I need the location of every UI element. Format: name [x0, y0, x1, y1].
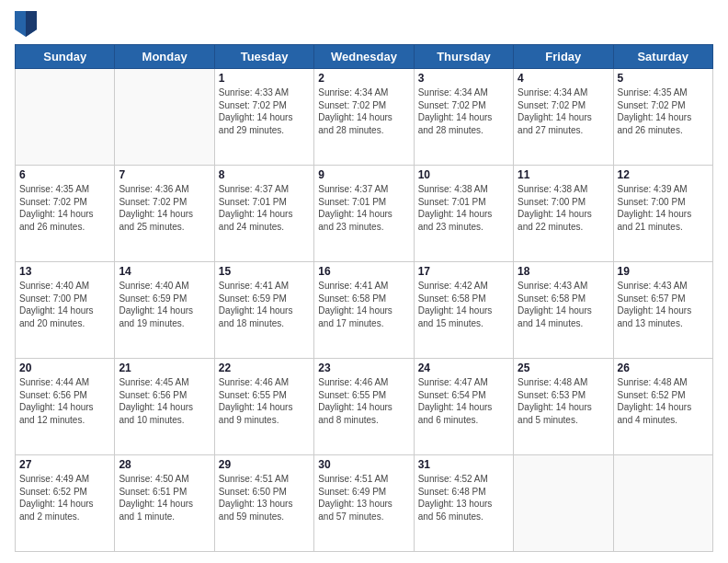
- day-number: 26: [618, 362, 709, 374]
- day-number: 17: [418, 265, 509, 278]
- logo-icon: [15, 11, 37, 37]
- day-number: 2: [318, 72, 409, 85]
- day-cell: 24Sunrise: 4:47 AM Sunset: 6:54 PM Dayli…: [414, 359, 513, 455]
- day-cell: 10Sunrise: 4:38 AM Sunset: 7:01 PM Dayli…: [414, 166, 513, 262]
- day-cell: 20Sunrise: 4:44 AM Sunset: 6:56 PM Dayli…: [16, 359, 115, 455]
- day-cell: 19Sunrise: 4:43 AM Sunset: 6:57 PM Dayli…: [613, 262, 712, 359]
- day-info: Sunrise: 4:39 AM Sunset: 7:00 PM Dayligh…: [618, 183, 709, 233]
- day-info: Sunrise: 4:48 AM Sunset: 6:53 PM Dayligh…: [518, 376, 609, 426]
- day-info: Sunrise: 4:47 AM Sunset: 6:54 PM Dayligh…: [418, 376, 509, 426]
- svg-marker-1: [26, 11, 37, 37]
- week-row-3: 13Sunrise: 4:40 AM Sunset: 7:00 PM Dayli…: [16, 262, 713, 359]
- day-number: 21: [119, 362, 210, 374]
- logo: [15, 11, 40, 37]
- calendar-header: SundayMondayTuesdayWednesdayThursdayFrid…: [16, 45, 713, 69]
- day-info: Sunrise: 4:40 AM Sunset: 7:00 PM Dayligh…: [19, 280, 110, 329]
- day-info: Sunrise: 4:34 AM Sunset: 7:02 PM Dayligh…: [518, 86, 609, 136]
- day-header-friday: Friday: [514, 45, 613, 69]
- day-header-thursday: Thursday: [414, 45, 513, 69]
- day-number: 4: [518, 72, 609, 85]
- day-info: Sunrise: 4:41 AM Sunset: 6:58 PM Dayligh…: [318, 280, 409, 329]
- day-number: 28: [119, 458, 210, 471]
- day-number: 23: [318, 362, 409, 374]
- day-info: Sunrise: 4:46 AM Sunset: 6:55 PM Dayligh…: [318, 376, 409, 426]
- calendar-body: 1Sunrise: 4:33 AM Sunset: 7:02 PM Daylig…: [16, 69, 713, 552]
- day-cell: 25Sunrise: 4:48 AM Sunset: 6:53 PM Dayli…: [514, 359, 613, 455]
- day-number: 15: [219, 265, 310, 278]
- day-info: Sunrise: 4:42 AM Sunset: 6:58 PM Dayligh…: [418, 280, 509, 329]
- day-number: 20: [19, 362, 110, 374]
- day-info: Sunrise: 4:43 AM Sunset: 6:57 PM Dayligh…: [618, 280, 709, 329]
- day-cell: 11Sunrise: 4:38 AM Sunset: 7:00 PM Dayli…: [514, 166, 613, 262]
- day-info: Sunrise: 4:33 AM Sunset: 7:02 PM Dayligh…: [219, 86, 310, 136]
- day-info: Sunrise: 4:41 AM Sunset: 6:59 PM Dayligh…: [219, 280, 310, 329]
- day-number: 24: [418, 362, 509, 374]
- day-info: Sunrise: 4:40 AM Sunset: 6:59 PM Dayligh…: [119, 280, 210, 329]
- day-number: 27: [19, 458, 110, 471]
- day-number: 16: [318, 265, 409, 278]
- day-cell: 26Sunrise: 4:48 AM Sunset: 6:52 PM Dayli…: [613, 359, 712, 455]
- header-row: SundayMondayTuesdayWednesdayThursdayFrid…: [16, 45, 713, 69]
- day-number: 19: [618, 265, 709, 278]
- calendar-table: SundayMondayTuesdayWednesdayThursdayFrid…: [15, 44, 713, 552]
- day-number: 14: [119, 265, 210, 278]
- day-cell: [16, 69, 115, 166]
- day-info: Sunrise: 4:34 AM Sunset: 7:02 PM Dayligh…: [418, 86, 509, 136]
- day-cell: 21Sunrise: 4:45 AM Sunset: 6:56 PM Dayli…: [115, 359, 214, 455]
- day-number: 29: [219, 458, 310, 471]
- day-info: Sunrise: 4:51 AM Sunset: 6:49 PM Dayligh…: [318, 473, 409, 523]
- day-info: Sunrise: 4:37 AM Sunset: 7:01 PM Dayligh…: [219, 183, 310, 233]
- day-info: Sunrise: 4:36 AM Sunset: 7:02 PM Dayligh…: [119, 183, 210, 233]
- day-header-monday: Monday: [115, 45, 214, 69]
- day-header-sunday: Sunday: [16, 45, 115, 69]
- day-cell: 5Sunrise: 4:35 AM Sunset: 7:02 PM Daylig…: [613, 69, 712, 166]
- week-row-4: 20Sunrise: 4:44 AM Sunset: 6:56 PM Dayli…: [16, 359, 713, 455]
- day-info: Sunrise: 4:38 AM Sunset: 7:01 PM Dayligh…: [418, 183, 509, 233]
- day-cell: 22Sunrise: 4:46 AM Sunset: 6:55 PM Dayli…: [214, 359, 313, 455]
- day-number: 5: [618, 72, 709, 85]
- day-cell: 14Sunrise: 4:40 AM Sunset: 6:59 PM Dayli…: [115, 262, 214, 359]
- day-number: 1: [219, 72, 310, 85]
- day-info: Sunrise: 4:34 AM Sunset: 7:02 PM Dayligh…: [318, 86, 409, 136]
- page: SundayMondayTuesdayWednesdayThursdayFrid…: [0, 0, 728, 563]
- header: [15, 11, 713, 37]
- day-number: 13: [19, 265, 110, 278]
- day-header-wednesday: Wednesday: [314, 45, 414, 69]
- day-number: 6: [19, 168, 110, 181]
- day-info: Sunrise: 4:45 AM Sunset: 6:56 PM Dayligh…: [119, 376, 210, 426]
- week-row-5: 27Sunrise: 4:49 AM Sunset: 6:52 PM Dayli…: [16, 455, 713, 552]
- day-number: 18: [518, 265, 609, 278]
- day-number: 8: [219, 168, 310, 181]
- day-cell: 29Sunrise: 4:51 AM Sunset: 6:50 PM Dayli…: [214, 455, 313, 552]
- day-cell: 2Sunrise: 4:34 AM Sunset: 7:02 PM Daylig…: [314, 69, 414, 166]
- day-number: 11: [518, 168, 609, 181]
- day-number: 30: [318, 458, 409, 471]
- day-info: Sunrise: 4:35 AM Sunset: 7:02 PM Dayligh…: [618, 86, 709, 136]
- day-info: Sunrise: 4:48 AM Sunset: 6:52 PM Dayligh…: [618, 376, 709, 426]
- day-cell: 1Sunrise: 4:33 AM Sunset: 7:02 PM Daylig…: [214, 69, 313, 166]
- day-cell: 27Sunrise: 4:49 AM Sunset: 6:52 PM Dayli…: [16, 455, 115, 552]
- day-info: Sunrise: 4:50 AM Sunset: 6:51 PM Dayligh…: [119, 473, 210, 523]
- day-info: Sunrise: 4:43 AM Sunset: 6:58 PM Dayligh…: [518, 280, 609, 329]
- day-cell: 3Sunrise: 4:34 AM Sunset: 7:02 PM Daylig…: [414, 69, 513, 166]
- day-header-tuesday: Tuesday: [214, 45, 313, 69]
- day-cell: 28Sunrise: 4:50 AM Sunset: 6:51 PM Dayli…: [115, 455, 214, 552]
- day-cell: 31Sunrise: 4:52 AM Sunset: 6:48 PM Dayli…: [414, 455, 513, 552]
- day-cell: 7Sunrise: 4:36 AM Sunset: 7:02 PM Daylig…: [115, 166, 214, 262]
- day-info: Sunrise: 4:49 AM Sunset: 6:52 PM Dayligh…: [19, 473, 110, 523]
- day-cell: 8Sunrise: 4:37 AM Sunset: 7:01 PM Daylig…: [214, 166, 313, 262]
- day-cell: 13Sunrise: 4:40 AM Sunset: 7:00 PM Dayli…: [16, 262, 115, 359]
- day-header-saturday: Saturday: [613, 45, 712, 69]
- day-number: 9: [318, 168, 409, 181]
- day-cell: 12Sunrise: 4:39 AM Sunset: 7:00 PM Dayli…: [613, 166, 712, 262]
- day-cell: 23Sunrise: 4:46 AM Sunset: 6:55 PM Dayli…: [314, 359, 414, 455]
- day-number: 12: [618, 168, 709, 181]
- day-info: Sunrise: 4:37 AM Sunset: 7:01 PM Dayligh…: [318, 183, 409, 233]
- day-info: Sunrise: 4:51 AM Sunset: 6:50 PM Dayligh…: [219, 473, 310, 523]
- week-row-1: 1Sunrise: 4:33 AM Sunset: 7:02 PM Daylig…: [16, 69, 713, 166]
- day-cell: 4Sunrise: 4:34 AM Sunset: 7:02 PM Daylig…: [514, 69, 613, 166]
- day-info: Sunrise: 4:52 AM Sunset: 6:48 PM Dayligh…: [418, 473, 509, 523]
- day-info: Sunrise: 4:35 AM Sunset: 7:02 PM Dayligh…: [19, 183, 110, 233]
- day-info: Sunrise: 4:38 AM Sunset: 7:00 PM Dayligh…: [518, 183, 609, 233]
- day-cell: [514, 455, 613, 552]
